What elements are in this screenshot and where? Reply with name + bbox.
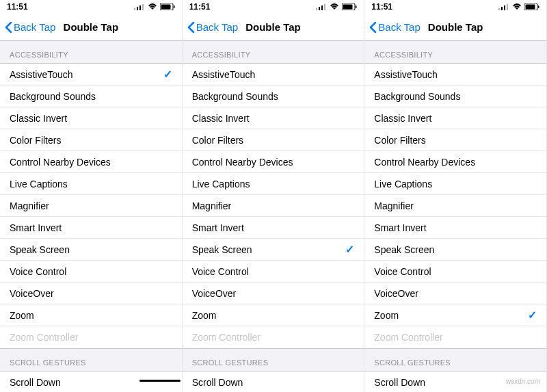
row-live-captions[interactable]: Live Captions [183,173,364,195]
row-scroll-down[interactable]: Scroll Down [0,371,182,392]
row-classic-invert[interactable]: Classic Invert [364,107,546,129]
svg-rect-3 [142,4,144,10]
row-color-filters[interactable]: Color Filters [0,129,182,151]
status-icons [498,3,539,10]
row-magnifier[interactable]: Magnifier [183,195,364,217]
row-label: Magnifier [10,200,49,211]
row-voiceover[interactable]: VoiceOver [0,283,182,304]
row-label: Control Nearby Devices [192,157,293,168]
row-speak-screen[interactable]: Speak Screen [364,239,546,261]
row-background-sounds[interactable]: Background Sounds [183,86,364,107]
nav-bar: Back Tap Double Tap [183,14,364,41]
row-voice-control[interactable]: Voice Control [364,261,546,283]
row-voice-control[interactable]: Voice Control [183,261,364,283]
svg-rect-0 [134,8,135,10]
row-zoom[interactable]: Zoom [0,304,182,326]
back-label: Back Tap [196,21,238,33]
row-magnifier[interactable]: Magnifier [0,195,182,217]
row-live-captions[interactable]: Live Captions [0,173,182,195]
row-zoom[interactable]: Zoom✓ [364,304,546,326]
svg-rect-2 [139,5,141,10]
row-label: Scroll Down [10,377,61,388]
battery-icon [342,3,357,10]
row-label: Voice Control [374,266,431,277]
row-classic-invert[interactable]: Classic Invert [0,107,182,129]
row-scroll-down[interactable]: Scroll Down [183,371,364,392]
row-smart-invert[interactable]: Smart Invert [0,217,182,239]
section-header-accessibility: ACCESSIBILITY [0,41,182,63]
row-live-captions[interactable]: Live Captions [364,173,546,195]
row-background-sounds[interactable]: Background Sounds [364,86,546,107]
row-speak-screen[interactable]: Speak Screen [0,239,182,261]
content[interactable]: ACCESSIBILITY AssistiveTouch Background … [364,41,546,392]
chevron-left-icon [4,21,12,34]
checkmark-icon: ✓ [345,243,354,256]
row-label: AssistiveTouch [374,69,438,80]
watermark: wsxdn.com [506,378,540,385]
section-header-scroll: SCROLL GESTURES [364,349,546,371]
svg-rect-14 [498,8,500,10]
signal-icon [134,3,145,10]
row-assistive-touch[interactable]: AssistiveTouch✓ [0,64,182,86]
row-label: Scroll Down [192,377,243,388]
row-voice-control[interactable]: Voice Control [0,261,182,283]
row-label: Zoom Controller [374,332,442,343]
row-speak-screen[interactable]: Speak Screen✓ [183,239,364,261]
row-smart-invert[interactable]: Smart Invert [183,217,364,239]
svg-rect-15 [501,7,503,10]
back-button[interactable]: Back Tap [369,21,420,34]
signal-icon [498,3,509,10]
nav-bar: Back Tap Double Tap [0,14,182,41]
row-label: Speak Screen [10,244,70,255]
row-classic-invert[interactable]: Classic Invert [183,107,364,129]
back-button[interactable]: Back Tap [187,21,238,34]
row-label: Classic Invert [192,113,250,124]
back-button[interactable]: Back Tap [4,21,55,34]
svg-rect-9 [321,5,323,10]
row-control-nearby[interactable]: Control Nearby Devices [183,151,364,173]
screen-3: 11:51 Back Tap Double Tap ACCESSIBILITY … [364,0,547,392]
svg-rect-20 [538,5,539,8]
svg-rect-19 [525,5,535,10]
battery-icon [160,3,175,10]
svg-rect-8 [319,7,320,10]
row-label: Speak Screen [374,244,434,255]
row-color-filters[interactable]: Color Filters [364,129,546,151]
row-voiceover[interactable]: VoiceOver [183,283,364,304]
row-assistive-touch[interactable]: AssistiveTouch [183,64,364,86]
row-label: Voice Control [192,266,249,277]
wifi-icon [330,3,339,10]
page-title: Double Tap [245,21,301,33]
row-magnifier[interactable]: Magnifier [364,195,546,217]
row-label: Voice Control [10,266,66,277]
svg-rect-7 [316,8,317,10]
row-zoom[interactable]: Zoom [183,304,364,326]
scroll-list: Scroll Down Scroll Up [183,371,364,392]
row-label: Zoom Controller [192,332,261,343]
screen-1: 11:51 Back Tap Double Tap ACCESSIBILITY … [0,0,183,392]
accessibility-list: AssistiveTouch Background Sounds Classic… [364,63,546,349]
row-label: Zoom [10,310,34,321]
row-label: Scroll Down [374,377,425,388]
accessibility-list: AssistiveTouch Background Sounds Classic… [183,63,364,349]
row-label: Control Nearby Devices [10,157,111,168]
row-control-nearby[interactable]: Control Nearby Devices [364,151,546,173]
row-label: VoiceOver [192,288,237,299]
row-color-filters[interactable]: Color Filters [183,129,364,151]
row-background-sounds[interactable]: Background Sounds [0,86,182,107]
row-smart-invert[interactable]: Smart Invert [364,217,546,239]
section-header-accessibility: ACCESSIBILITY [183,41,364,63]
row-label: Smart Invert [192,222,244,233]
content[interactable]: ACCESSIBILITY AssistiveTouch✓ Background… [0,41,182,392]
status-time: 11:51 [189,2,211,12]
row-label: Classic Invert [10,113,67,124]
checkmark-icon: ✓ [528,309,537,322]
row-label: Live Captions [192,179,250,190]
section-header-accessibility: ACCESSIBILITY [364,41,546,63]
row-assistive-touch[interactable]: AssistiveTouch [364,64,546,86]
content[interactable]: ACCESSIBILITY AssistiveTouch Background … [183,41,364,392]
row-control-nearby[interactable]: Control Nearby Devices [0,151,182,173]
row-label: AssistiveTouch [192,69,256,80]
row-voiceover[interactable]: VoiceOver [364,283,546,304]
row-zoom-controller: Zoom Controller [364,326,546,348]
